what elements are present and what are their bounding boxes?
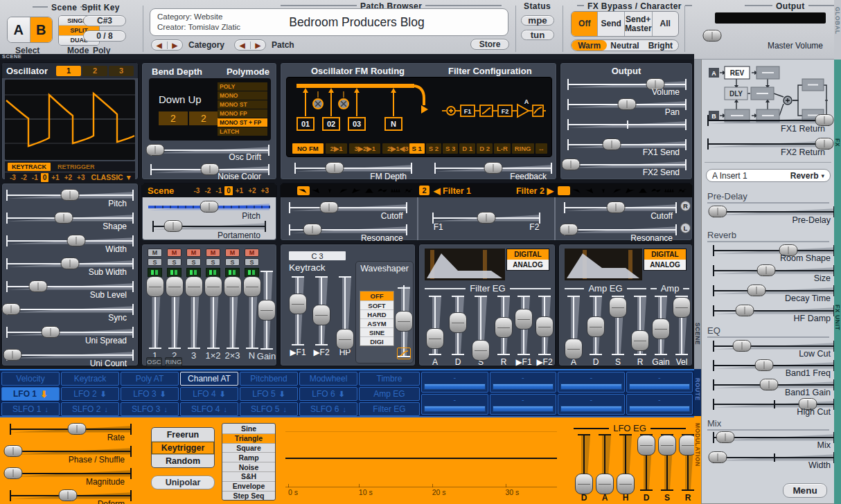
mod-source-cell[interactable]: Timbre↓ [359,372,420,386]
filter-config-button[interactable]: D 1 [459,143,475,154]
solo-button[interactable]: S [167,258,182,266]
patch-prev-button[interactable]: ◀ [235,42,250,49]
category-prev-button[interactable]: ◀ [152,42,167,49]
scene-octave-button[interactable]: +3 [259,186,271,195]
filter1-name[interactable]: ◀ Filter 1 [434,186,471,196]
mod-source-cell[interactable]: LFO 6⬇ [299,387,357,401]
mod-source-cell[interactable]: SLFO 6↓ [299,402,357,416]
filter-balance-slider[interactable]: F1 F2 [432,208,541,232]
tab-fx[interactable]: FX [834,138,841,147]
fx-param-slider[interactable]: Room Shape [713,242,835,262]
mod-source-cell[interactable]: Modwheel↓ [299,372,357,386]
fx-param-slider[interactable]: Size [713,262,835,282]
lfo-eg-slider[interactable]: H [617,434,635,503]
filter-type-icon[interactable] [584,186,596,195]
filter-type-icon[interactable] [623,186,636,195]
fx-slot-select[interactable]: A Insert 1 Reverb ▾ [706,169,831,182]
fx-return-slider[interactable]: FX1 Return [707,112,829,136]
solo-button[interactable]: S [245,258,259,266]
lfo-shape-option[interactable]: Square [222,443,275,453]
eg-slider[interactable]: R [631,296,649,367]
fx-param-slider[interactable]: Pre-Delay [713,204,835,224]
retrigger-toggle[interactable]: RETRIGGER [57,163,95,170]
filter-config-button[interactable]: S 3 [443,143,458,154]
tab-scene[interactable]: SCENE [694,323,701,345]
bend-up-value[interactable]: 2 [189,111,218,125]
scene-pitch-slider[interactable]: Pitch [148,200,270,221]
filter-type-icon[interactable] [597,186,610,195]
tab-fx-unit[interactable]: FX UNIT [834,305,841,330]
filter-type-icon[interactable] [324,186,336,195]
mute-button[interactable]: M [167,249,182,257]
status-toggle[interactable]: mpe [521,15,554,26]
output-slider[interactable] [563,117,691,137]
waveshaper-drive-slider[interactable] [395,285,413,357]
channel-level-slider[interactable] [166,278,184,349]
fx-param-slider[interactable]: Band1 Gain [713,377,835,396]
tab-global[interactable]: GLOBAL [834,7,841,34]
channel-level-slider[interactable] [224,278,242,349]
keytrack-slider[interactable]: ▶F2 [312,276,330,357]
mod-source-cell[interactable]: LFO 1⬇ [1,387,60,401]
scene-octave-button[interactable]: +1 [233,186,245,195]
filter-type-icon[interactable] [558,186,570,195]
polymode-option[interactable]: MONO ST + FP [218,118,267,127]
scene-b-button[interactable]: B [30,17,53,42]
eg-slider[interactable]: D [587,296,605,367]
mod-source-cell[interactable]: SLFO 4↓ [180,402,238,416]
tab-modulation[interactable]: MODULATION [694,423,701,467]
polymode-option[interactable]: LATCH [218,127,267,136]
mute-button[interactable]: M [206,249,220,257]
mod-source-cell[interactable]: Keytrack↓ [61,372,119,386]
fx-param-slider[interactable]: Mix [713,429,835,449]
gain-slider[interactable] [258,271,276,350]
eg-slider[interactable]: S [472,296,490,367]
filter-type-icon[interactable] [337,186,349,195]
macro-cell[interactable]: - [490,394,557,415]
octave-button[interactable]: +1 [49,173,61,182]
trigger-mode-option[interactable]: Random [152,454,214,467]
master-volume-slider[interactable]: Master Volume [712,29,829,53]
eg-slider[interactable]: S [609,296,627,367]
amp-slider[interactable]: Vel [673,296,691,367]
scene-octave-button[interactable]: -3 [192,186,202,195]
mod-source-cell[interactable]: LFO 2⬇ [61,387,119,401]
lfo-eg-slider[interactable]: S [658,434,676,503]
solo-button[interactable]: S [206,258,220,266]
category-next-button[interactable]: ▶ [167,42,183,49]
scene-a-button[interactable]: A [8,17,30,42]
filter-type-icon[interactable] [637,186,649,195]
filter-slider[interactable]: Resonance [281,221,417,242]
mute-button[interactable]: M [148,249,162,257]
filter-type-icon[interactable] [402,186,415,195]
scene-octave-button[interactable]: 0 [224,186,233,195]
filter-slider[interactable]: Cutoff [556,199,692,219]
param-slider[interactable]: Sub Level [2,278,138,301]
param-slider[interactable]: Pitch [2,187,138,210]
fm-routing-button[interactable]: 3▶2▶1 [349,143,380,154]
solo-button[interactable]: S [186,258,201,266]
octave-button[interactable]: -1 [30,173,40,182]
macro-cell[interactable]: - [626,372,693,393]
mod-source-cell[interactable]: Pitchbend↓ [240,372,298,386]
fm-routing-button[interactable]: 2▶1 [326,143,348,154]
param-slider[interactable]: Width [2,233,138,255]
lfo-eg-slider[interactable]: D [575,434,593,503]
waveshaper-type-option[interactable]: SOFT [360,300,393,309]
param-slider[interactable]: Uni Spread [2,324,138,347]
filter-type-icon[interactable] [676,186,689,195]
lfo-eg-slider[interactable]: D [637,434,655,503]
store-button[interactable]: Store [470,39,509,50]
mod-source-cell[interactable]: Velocity↓ [1,372,60,386]
portamento-slider[interactable]: Portamento [148,219,270,240]
polymode-option[interactable]: MONO ST [218,100,267,109]
filter-type-icon[interactable] [571,186,583,195]
lfo-waveform-display[interactable]: 0 s10 s20 s30 s [285,423,557,499]
channel-level-slider[interactable] [185,278,203,349]
keytrack-toggle[interactable]: KEYTRACK [8,163,51,171]
mod-source-cell[interactable]: Channel AT↓ [180,372,238,386]
routing-display[interactable]: 01 02 03 N [286,77,552,157]
character-option[interactable]: Neutral [607,40,642,51]
oscillator-tab[interactable]: 2 [82,66,107,76]
oscillator-tab[interactable]: 1 [56,66,81,76]
